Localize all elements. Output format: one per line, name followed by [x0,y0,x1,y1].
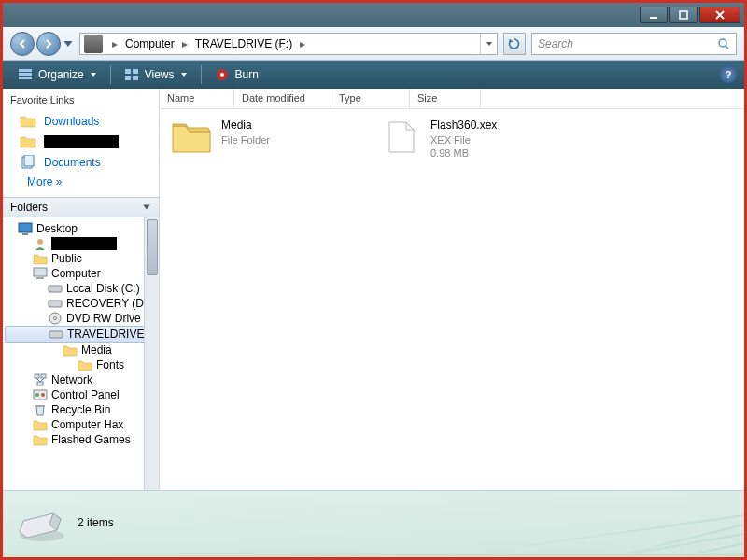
item-media-folder[interactable]: Media File Folder [169,119,356,156]
minimize-button[interactable] [640,7,668,23]
burn-icon [215,67,230,82]
address-bar[interactable]: ▸ Computer ▸ TRAVELDRIVE (F:) ▸ [79,33,498,55]
breadcrumb-separator[interactable]: ▸ [106,37,123,50]
folder-icon [20,114,36,129]
tree-traveldrive[interactable]: TRAVELDRIVE (F:) [5,326,157,343]
breadcrumb-separator[interactable]: ▸ [294,37,311,50]
breadcrumb-separator[interactable]: ▸ [176,37,193,50]
svg-rect-4 [19,73,32,76]
organize-button[interactable]: Organize [10,65,105,84]
svg-point-28 [35,393,39,397]
tree-local-c[interactable]: Local Disk (C:) [5,281,157,296]
tree-label: Control Panel [51,388,120,401]
back-button[interactable] [10,32,35,56]
file-icon [378,119,423,156]
tree-label: DVD RW Drive [66,312,141,325]
scrollbar-thumb[interactable] [147,219,158,275]
toolbar-separator [201,65,202,84]
svg-rect-17 [34,268,47,276]
tree-user[interactable] [5,236,157,251]
tree-label: Media [81,343,112,357]
forward-button[interactable] [36,32,61,56]
svg-rect-14 [19,223,32,232]
svg-point-29 [41,393,45,397]
tree-network[interactable]: Network [5,372,157,387]
column-type[interactable]: Type [331,89,410,108]
tree-label: Public [51,252,82,265]
usb-drive-icon [49,328,63,341]
favorite-downloads[interactable]: Downloads [10,111,151,132]
redacted-label [44,135,119,148]
tree-flashed-games[interactable]: Flashed Games [5,432,157,447]
svg-rect-20 [49,301,62,307]
column-name[interactable]: Name [160,89,234,108]
tree-label: Computer Hax [51,418,123,431]
tree-dvd[interactable]: DVD RW Drive [5,311,157,326]
folders-label: Folders [10,201,48,214]
svg-rect-30 [35,405,45,407]
folder-icon [33,418,48,431]
column-size[interactable]: Size [410,89,481,108]
views-button[interactable]: Views [117,65,195,84]
views-icon [124,68,139,81]
help-button[interactable]: ? [720,66,737,83]
favorite-more[interactable]: More » [10,173,151,191]
dvd-icon [48,312,63,325]
chevron-down-icon [142,203,151,212]
tree-label: RECOVERY (D:) [66,297,150,310]
computer-icon [33,267,48,280]
tree-control-panel[interactable]: Control Panel [5,387,157,402]
favorite-documents[interactable]: Documents [10,152,151,173]
nav-history-dropdown[interactable] [63,32,74,56]
toolbar-separator [110,65,111,84]
svg-rect-19 [49,286,62,292]
burn-button[interactable]: Burn [207,64,266,85]
content-pane: Name Date modified Type Size Media File … [160,89,744,490]
disk-icon [48,297,63,310]
tree-desktop[interactable]: Desktop [5,221,157,236]
item-type: XEX File [430,133,497,147]
refresh-button[interactable] [503,33,526,55]
item-flash360-file[interactable]: Flash360.xex XEX File 0.98 MB [378,119,565,160]
folder-icon [20,134,36,149]
close-button[interactable] [699,7,740,23]
breadcrumb-computer[interactable]: Computer [123,37,176,50]
folders-header[interactable]: Folders [3,197,159,217]
workspace: Favorite Links Downloads Documents More … [3,89,744,490]
breadcrumb-traveldrive[interactable]: TRAVELDRIVE (F:) [193,37,294,50]
tree-label: Flashed Games [51,433,131,446]
maximize-button[interactable] [669,7,698,23]
window-titlebar [3,3,744,27]
tree-scrollbar[interactable] [144,217,159,490]
details-pane: 2 items [3,490,744,553]
svg-point-16 [37,239,43,245]
svg-rect-6 [125,69,131,74]
tree-public[interactable]: Public [5,251,157,266]
recycle-bin-icon [33,403,48,416]
aurora-decoration [501,490,744,553]
folder-tree: Desktop Public Computer Local Disk (C:) … [3,217,159,490]
svg-rect-24 [35,374,39,378]
tree-recycle-bin[interactable]: Recycle Bin [5,402,157,417]
svg-rect-26 [37,382,43,385]
tree-media[interactable]: Media [5,343,157,357]
control-panel-icon [33,388,48,401]
tree-computer[interactable]: Computer [5,266,157,281]
search-input[interactable]: Search [531,33,737,55]
tree-label: Local Disk (C:) [66,282,140,295]
favorite-redacted[interactable] [10,132,151,152]
address-dropdown[interactable] [480,34,497,54]
svg-rect-15 [22,233,28,235]
favorite-label: Documents [44,156,101,169]
svg-rect-25 [41,374,46,378]
tree-recovery-d[interactable]: RECOVERY (D:) [5,296,157,311]
svg-rect-9 [133,76,138,80]
svg-rect-1 [680,11,687,19]
item-text: Media File Folder [221,119,270,156]
user-icon [33,237,48,250]
navigation-pane: Favorite Links Downloads Documents More … [3,89,160,490]
column-date-modified[interactable]: Date modified [234,89,331,108]
tree-fonts[interactable]: Fonts [5,357,157,372]
items-area[interactable]: Media File Folder Flash360.xex XEX File … [160,109,744,490]
tree-computer-hax[interactable]: Computer Hax [5,417,157,432]
